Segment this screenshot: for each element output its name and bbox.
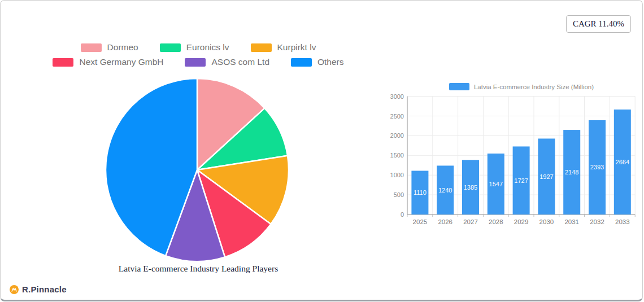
y-axis-tick-label: 0 [401,211,404,218]
legend-item-euronics-lv[interactable]: Euronics lv [160,42,229,52]
x-axis-category-label: 2026 [438,218,452,225]
y-axis-tick-label: 2000 [390,132,404,139]
pie-legend-row: DormeoEuronics lvKurpirkt lv [81,42,316,52]
legend-label: Others [317,57,344,67]
legend-swatch [185,58,206,67]
x-axis-category-label: 2030 [539,218,554,225]
x-axis-category-label: 2029 [514,218,529,225]
legend-item-kurpirkt-lv[interactable]: Kurpirkt lv [251,42,316,52]
x-axis-category-label: 2028 [489,218,503,225]
x-axis-category-label: 2033 [615,218,630,225]
legend-swatch [81,43,102,52]
bar-chart: 0500100015002000250030001110202512402026… [385,80,643,232]
legend-item-others[interactable]: Others [291,57,344,67]
bar-value-label: 1385 [464,184,477,191]
legend-item-dormeo[interactable]: Dormeo [81,42,138,52]
y-axis-tick-label: 3000 [390,93,404,100]
x-axis-category-label: 2027 [463,218,478,225]
pie-legend-row: Next Germany GmbHASOS com LtdOthers [53,57,343,67]
bar-value-label: 2393 [590,164,604,170]
cagr-badge: CAGR 11.40% [566,15,631,33]
x-axis-category-label: 2025 [413,218,428,225]
pie-chart-title: Latvia E-commerce Industry Leading Playe… [1,264,396,274]
x-axis-category-label: 2031 [564,218,579,225]
pie-chart [95,68,299,272]
bar-value-label: 2148 [565,169,578,176]
legend-swatch [251,43,272,52]
y-axis-tick-label: 1500 [390,152,404,159]
pinnacle-logo-icon [10,285,19,294]
legend-swatch [53,58,73,67]
legend-label: Euronics lv [186,42,229,52]
x-axis-category-label: 2032 [590,218,604,225]
brand-logo-text: R.Pinnacle [22,285,67,294]
legend-swatch [160,43,181,52]
bar-value-label: 1927 [539,173,553,180]
pie-legend: DormeoEuronics lvKurpirkt lvNext Germany… [1,42,396,67]
legend-label: Kurpirkt lv [277,42,316,52]
bar-value-label: 2664 [616,159,629,165]
bar-value-label: 1547 [489,181,503,187]
brand-logo: R.Pinnacle [10,285,67,294]
legend-label: Next Germany GmbH [79,57,163,67]
bar-value-label: 1727 [514,177,528,184]
bar-value-label: 1240 [438,187,452,194]
y-axis-tick-label: 2500 [390,113,404,120]
legend-swatch [291,58,312,67]
legend-label: ASOS com Ltd [211,57,269,67]
bar-value-label: 1110 [414,189,427,196]
legend-item-next-germany-gmbh[interactable]: Next Germany GmbH [53,57,163,67]
legend-item-asos-com-ltd[interactable]: ASOS com Ltd [185,57,269,67]
y-axis-tick-label: 500 [394,191,404,198]
report-card: CAGR 11.40% DormeoEuronics lvKurpirkt lv… [0,0,643,301]
y-axis-tick-label: 1000 [390,172,404,178]
legend-label: Dormeo [107,42,138,52]
